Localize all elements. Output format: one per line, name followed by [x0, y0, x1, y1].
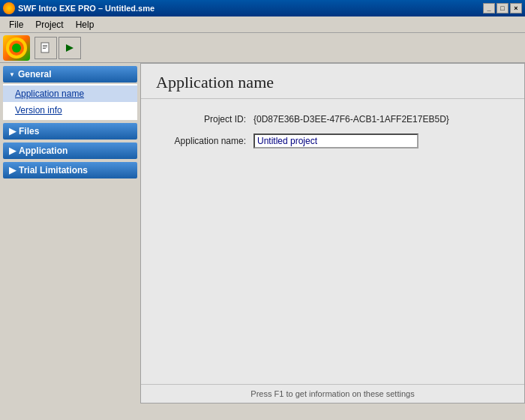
main-area: ▼ General Application name Version info … — [0, 63, 525, 404]
sidebar-files-label: Files — [19, 126, 39, 136]
project-id-label: Project ID: — [156, 114, 254, 124]
sidebar-item-version-info[interactable]: Version info — [3, 102, 137, 118]
toolbar-document-button[interactable] — [34, 37, 57, 59]
application-arrow-icon: ▶ — [9, 146, 16, 156]
sidebar-general-content: Application name Version info — [3, 84, 137, 120]
menu-bar: File Project Help — [0, 16, 525, 33]
toolbar — [0, 33, 525, 63]
maximize-button[interactable]: □ — [496, 3, 508, 14]
content-title: Application name — [156, 73, 509, 92]
svg-rect-5 — [43, 46, 47, 47]
content-body: Project ID: {0D87E36B-D3EE-47F6-ACB1-1AF… — [141, 99, 524, 384]
project-id-row: Project ID: {0D87E36B-D3EE-47F6-ACB1-1AF… — [156, 114, 509, 124]
menu-help[interactable]: Help — [70, 18, 100, 32]
sidebar: ▼ General Application name Version info … — [0, 63, 141, 404]
title-bar: SWF Intro EXE PRO – Untitled.sme _ □ × — [0, 0, 525, 16]
toolbar-play-button[interactable] — [58, 37, 81, 59]
content-area: Application name Project ID: {0D87E36B-D… — [141, 63, 525, 404]
title-bar-controls: _ □ × — [483, 3, 522, 14]
sidebar-application-label: Application — [19, 146, 68, 156]
content-footer: Press F1 to get information on these set… — [141, 384, 524, 403]
svg-marker-7 — [66, 44, 74, 52]
sidebar-trial-label: Trial Limitations — [19, 165, 88, 176]
sidebar-section-application[interactable]: ▶ Application — [3, 142, 137, 159]
toolbar-logo — [3, 35, 30, 61]
minimize-button[interactable]: _ — [483, 3, 495, 14]
sidebar-section-general[interactable]: ▼ General — [3, 66, 137, 82]
sidebar-section-files[interactable]: ▶ Files — [3, 123, 137, 140]
files-arrow-icon: ▶ — [9, 126, 16, 136]
sidebar-general-label: General — [18, 69, 52, 80]
application-name-row: Application name: — [156, 134, 509, 148]
svg-rect-4 — [43, 45, 47, 46]
menu-project[interactable]: Project — [29, 18, 69, 32]
svg-point-2 — [12, 44, 21, 52]
project-id-value: {0D87E36B-D3EE-47F6-ACB1-1AFF2E17EB5D} — [254, 114, 449, 124]
svg-rect-3 — [41, 43, 49, 52]
general-arrow-icon: ▼ — [9, 71, 15, 78]
menu-file[interactable]: File — [3, 18, 29, 32]
title-bar-label: SWF Intro EXE PRO – Untitled.sme — [18, 4, 154, 13]
sidebar-section-trial[interactable]: ▶ Trial Limitations — [3, 162, 137, 178]
svg-rect-6 — [43, 48, 46, 49]
sidebar-item-application-name[interactable]: Application name — [3, 86, 137, 102]
content-header: Application name — [141, 64, 524, 99]
app-logo — [3, 2, 15, 14]
application-name-label: Application name: — [156, 136, 254, 146]
trial-arrow-icon: ▶ — [9, 165, 16, 176]
close-button[interactable]: × — [510, 3, 522, 14]
title-bar-text: SWF Intro EXE PRO – Untitled.sme — [3, 2, 483, 14]
application-name-input[interactable] — [254, 134, 418, 148]
